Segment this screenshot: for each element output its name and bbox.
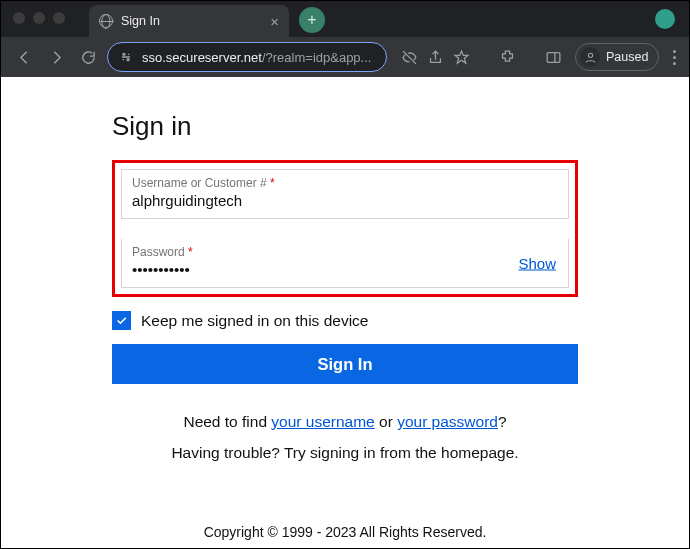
remember-row: Keep me signed in on this device [112, 311, 578, 330]
username-field[interactable]: Username or Customer # * [121, 169, 569, 219]
credentials-highlight-box: Username or Customer # * Password * Show [112, 160, 578, 297]
show-password-link[interactable]: Show [518, 255, 556, 272]
window-max-dot[interactable] [53, 12, 65, 24]
page-content: Sign in Username or Customer # * Passwor… [1, 77, 689, 549]
username-input[interactable] [132, 190, 558, 209]
browser-menu-button[interactable] [673, 50, 676, 65]
share-icon[interactable] [425, 47, 445, 67]
signin-form: Sign in Username or Customer # * Passwor… [112, 111, 578, 468]
password-field[interactable]: Password * Show [121, 239, 569, 288]
forward-button[interactable] [43, 44, 69, 70]
browser-titlebar: Sign In × + [1, 1, 689, 37]
copyright-text: Copyright © 1999 - 2023 All Rights Reser… [1, 524, 689, 540]
remember-label: Keep me signed in on this device [141, 312, 368, 330]
url-text: sso.secureserver.net/?realm=idp&app... [142, 50, 376, 65]
svg-point-3 [588, 53, 592, 57]
window-close-dot[interactable] [13, 12, 25, 24]
paused-label: Paused [606, 50, 648, 64]
tab-title: Sign In [121, 14, 262, 28]
window-min-dot[interactable] [33, 12, 45, 24]
reload-button[interactable] [75, 44, 101, 70]
window-controls [13, 12, 65, 24]
svg-rect-2 [547, 52, 560, 62]
new-tab-button[interactable]: + [299, 7, 325, 33]
profile-chip-avatar-icon [580, 47, 600, 67]
sidepanel-icon[interactable] [543, 47, 563, 67]
required-mark: * [270, 176, 275, 190]
remember-checkbox[interactable] [112, 311, 131, 330]
back-button[interactable] [11, 44, 37, 70]
required-mark: * [188, 245, 193, 259]
password-input[interactable] [132, 259, 558, 278]
trouble-text: Having trouble? Try signing in from the … [112, 437, 578, 468]
find-password-link[interactable]: your password [397, 413, 498, 430]
find-username-link[interactable]: your username [271, 413, 374, 430]
tab-close-icon[interactable]: × [270, 14, 279, 29]
site-settings-icon[interactable] [118, 49, 134, 65]
bookmark-star-icon[interactable] [451, 47, 471, 67]
browser-toolbar: sso.secureserver.net/?realm=idp&app... P… [1, 37, 689, 77]
browser-tab[interactable]: Sign In × [89, 5, 289, 37]
page-heading: Sign in [112, 111, 578, 142]
help-text: Need to find your username or your passw… [112, 406, 578, 468]
password-label: Password * [132, 245, 558, 259]
eye-off-icon[interactable] [399, 47, 419, 67]
globe-icon [99, 14, 113, 28]
signin-button[interactable]: Sign In [112, 344, 578, 384]
profile-avatar[interactable] [655, 9, 675, 29]
profile-paused-chip[interactable]: Paused [575, 43, 659, 71]
extensions-icon[interactable] [497, 47, 517, 67]
address-bar[interactable]: sso.secureserver.net/?realm=idp&app... [107, 42, 387, 72]
username-label: Username or Customer # * [132, 176, 558, 190]
toolbar-right: Paused [393, 43, 679, 71]
